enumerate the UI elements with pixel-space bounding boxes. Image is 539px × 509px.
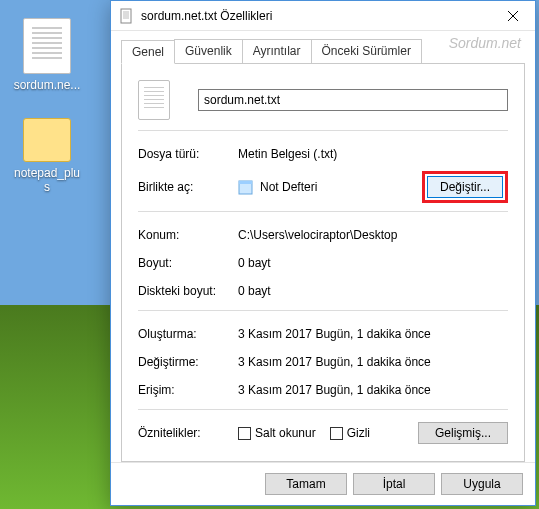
apply-button[interactable]: Uygula xyxy=(441,473,523,495)
label-accessed: Erişim: xyxy=(138,383,238,397)
value-opens-with: Not Defteri xyxy=(260,180,317,194)
value-created: 3 Kasım 2017 Bugün, 1 dakika önce xyxy=(238,327,508,341)
desktop-icon-label: sordum.ne... xyxy=(12,78,82,92)
checkbox-hidden[interactable]: Gizli xyxy=(330,426,370,440)
titlebar[interactable]: sordum.net.txt Özellikleri xyxy=(111,1,535,31)
dialog-button-row: Tamam İptal Uygula xyxy=(111,462,535,505)
label-file-type: Dosya türü: xyxy=(138,147,238,161)
advanced-button[interactable]: Gelişmiş... xyxy=(418,422,508,444)
label-created: Oluşturma: xyxy=(138,327,238,341)
value-modified: 3 Kasım 2017 Bugün, 1 dakika önce xyxy=(238,355,508,369)
checkbox-readonly-label: Salt okunur xyxy=(255,426,316,440)
close-icon xyxy=(508,11,518,21)
file-type-icon xyxy=(138,80,170,120)
label-size-on-disk: Diskteki boyut: xyxy=(138,284,238,298)
value-size: 0 bayt xyxy=(238,256,508,270)
checkbox-box xyxy=(238,427,251,440)
desktop-icon-label: notepad_plus xyxy=(12,166,82,194)
label-size: Boyut: xyxy=(138,256,238,270)
desktop-file-icon[interactable]: sordum.ne... xyxy=(12,18,82,92)
filename-input[interactable] xyxy=(198,89,508,111)
value-location: C:\Users\velociraptor\Desktop xyxy=(238,228,508,242)
cancel-button[interactable]: İptal xyxy=(353,473,435,495)
properties-dialog: sordum.net.txt Özellikleri Sordum.net Ge… xyxy=(110,0,536,506)
desktop-folder-icon[interactable]: notepad_plus xyxy=(12,118,82,194)
tab-details[interactable]: Ayrıntılar xyxy=(242,39,312,63)
tab-security[interactable]: Güvenlik xyxy=(174,39,243,63)
label-modified: Değiştirme: xyxy=(138,355,238,369)
change-button[interactable]: Değiştir... xyxy=(427,176,503,198)
tab-panel-general: Dosya türü: Metin Belgesi (.txt) Birlikt… xyxy=(121,63,525,462)
checkbox-hidden-label: Gizli xyxy=(347,426,370,440)
ok-button[interactable]: Tamam xyxy=(265,473,347,495)
label-attributes: Öznitelikler: xyxy=(138,426,238,440)
dialog-title: sordum.net.txt Özellikleri xyxy=(141,9,490,23)
value-accessed: 3 Kasım 2017 Bugün, 1 dakika önce xyxy=(238,383,508,397)
label-opens-with: Birlikte aç: xyxy=(138,180,238,194)
label-location: Konum: xyxy=(138,228,238,242)
divider xyxy=(138,130,508,131)
notepad-icon xyxy=(238,179,254,195)
change-button-highlight: Değiştir... xyxy=(422,171,508,203)
tab-previous-versions[interactable]: Önceki Sürümler xyxy=(311,39,422,63)
tab-general[interactable]: Genel xyxy=(121,40,175,64)
close-button[interactable] xyxy=(490,1,535,31)
checkbox-readonly[interactable]: Salt okunur xyxy=(238,426,316,440)
folder-icon xyxy=(23,118,71,162)
divider xyxy=(138,409,508,410)
value-file-type: Metin Belgesi (.txt) xyxy=(238,147,508,161)
svg-rect-8 xyxy=(239,181,252,184)
divider xyxy=(138,310,508,311)
text-file-icon xyxy=(23,18,71,74)
titlebar-file-icon xyxy=(119,8,135,24)
value-size-on-disk: 0 bayt xyxy=(238,284,508,298)
checkbox-box xyxy=(330,427,343,440)
divider xyxy=(138,211,508,212)
tab-strip: Genel Güvenlik Ayrıntılar Önceki Sürümle… xyxy=(121,39,525,63)
